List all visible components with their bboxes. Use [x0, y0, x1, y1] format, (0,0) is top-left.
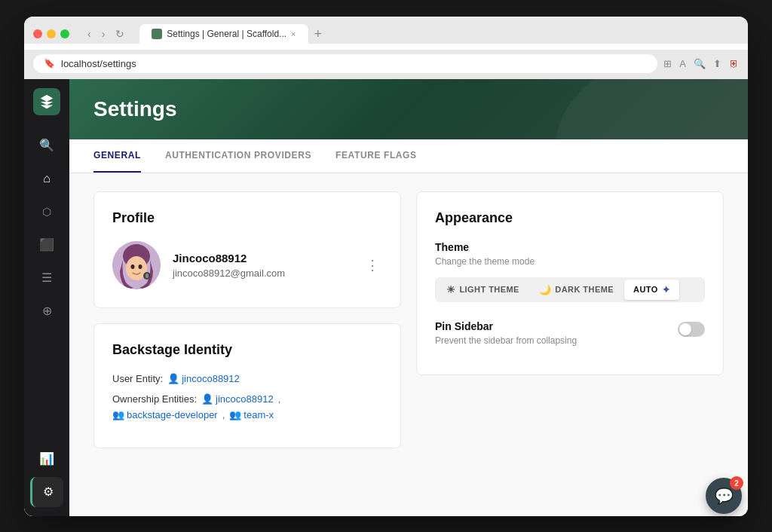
theme-dark-label: DARK THEME [555, 285, 614, 294]
logo-icon [38, 93, 55, 110]
profile-card: Profile [93, 191, 401, 308]
settings-icon: ⚙ [43, 485, 54, 499]
ownership-label: Ownership Entities: [112, 393, 197, 405]
ownership-link-2[interactable]: 👥 team-x [229, 409, 274, 420]
back-button[interactable]: ‹ [84, 26, 94, 41]
bookmark-icon: 🔖 [44, 58, 55, 69]
analytics-icon: 📊 [39, 451, 54, 466]
maximize-window-button[interactable] [60, 29, 69, 38]
close-window-button[interactable] [33, 29, 42, 38]
app-container: 🔍 ⌂ ⬡ ⬛ ☰ ⊕ 📊 ⚙ [24, 79, 748, 516]
pin-sidebar-toggle[interactable] [678, 322, 705, 337]
theme-dark-option[interactable]: 🌙 DARK THEME [530, 280, 623, 300]
main-content: Settings General Authentication Provider… [69, 79, 748, 516]
minimize-window-button[interactable] [47, 29, 56, 38]
sidebar-item-create[interactable]: ⊕ [30, 296, 63, 326]
browser-window: ‹ › ↻ Settings | General | Scaffold... ×… [24, 17, 748, 516]
separator-2: , [222, 409, 225, 420]
profile-info: Jincoco88912 jincoco88912@gmail.com [173, 252, 351, 279]
avatar [112, 241, 161, 289]
profile-username: Jincoco88912 [173, 252, 351, 264]
sidebar-item-graph[interactable]: ⬡ [30, 197, 63, 227]
browser-action-icons: ⊞ A 🔍 ⬆ ⛨ [663, 58, 739, 69]
theme-switcher: ☀ LIGHT THEME 🌙 DARK THEME AUTO ✦ [435, 277, 705, 302]
profile-menu-button[interactable]: ⋮ [363, 254, 382, 277]
tab-feature-flags[interactable]: Feature Flags [335, 139, 417, 173]
graph-icon: ⬡ [42, 206, 51, 218]
appearance-card: Appearance Theme Change the theme mode ☀… [416, 191, 724, 375]
profile-email: jincoco88912@gmail.com [173, 268, 351, 279]
chat-badge: 2 [730, 476, 743, 490]
tab-bar: Settings | General | Scaffold... × + [139, 24, 325, 44]
pin-sidebar-section: Pin Sidebar Prevent the sidebar from col… [435, 320, 705, 356]
sidebar-item-plugins[interactable]: ⬛ [30, 230, 63, 260]
pin-sidebar-row: Pin Sidebar Prevent the sidebar from col… [435, 320, 705, 356]
translate-icon[interactable]: A [679, 58, 686, 69]
person-icon-1: 👥 [112, 409, 124, 420]
share-icon[interactable]: ⬆ [713, 58, 721, 69]
sidebar-item-docs[interactable]: ☰ [30, 263, 63, 293]
url-text: localhost/settings [61, 58, 647, 69]
avatar-illustration [112, 241, 161, 289]
sidebar-item-settings[interactable]: ⚙ [30, 477, 63, 507]
address-bar[interactable]: 🔖 localhost/settings [33, 54, 657, 73]
svg-point-3 [131, 264, 135, 269]
create-icon: ⊕ [42, 304, 52, 318]
puzzle-icon: ⬛ [39, 237, 54, 252]
sidebar-item-search[interactable]: 🔍 [30, 130, 63, 161]
appearance-card-title: Appearance [435, 210, 705, 226]
active-tab[interactable]: Settings | General | Scaffold... × [139, 24, 308, 44]
pin-sidebar-info: Pin Sidebar Prevent the sidebar from col… [435, 320, 678, 356]
browser-chrome: ‹ › ↻ Settings | General | Scaffold... ×… [24, 17, 748, 44]
chat-icon: 💬 [715, 487, 734, 505]
theme-light-label: LIGHT THEME [459, 285, 519, 294]
theme-description: Change the theme mode [435, 256, 705, 267]
toggle-knob [679, 323, 691, 335]
theme-light-option[interactable]: ☀ LIGHT THEME [437, 280, 528, 300]
tab-close-button[interactable]: × [291, 29, 296, 38]
docs-icon: ☰ [41, 271, 52, 285]
ownership-link-0[interactable]: 👤 jincoco88912 [201, 393, 274, 405]
shield-icon[interactable]: ⛨ [729, 58, 739, 69]
tab-general[interactable]: General [93, 139, 141, 173]
ownership-value-1: backstage-developer [127, 409, 218, 420]
pin-sidebar-description: Prevent the sidebar from collapsing [435, 335, 678, 346]
browser-controls-row: ‹ › ↻ Settings | General | Scaffold... ×… [33, 24, 739, 44]
sidebar-item-analytics[interactable]: 📊 [30, 444, 63, 474]
ownership-link-1[interactable]: 👥 backstage-developer [112, 409, 218, 420]
traffic-lights [33, 29, 69, 38]
search-icon: 🔍 [39, 138, 54, 152]
sidebar-item-home[interactable]: ⌂ [30, 164, 63, 194]
profile-user-row: Jincoco88912 jincoco88912@gmail.com ⋮ [112, 241, 382, 289]
user-entity-row: User Entity: 👤 jincoco88912 [112, 373, 382, 384]
tabs-bar: General Authentication Providers Feature… [69, 139, 748, 173]
chat-fab-button[interactable]: 💬 2 [706, 478, 742, 514]
sun-icon: ☀ [446, 284, 455, 295]
ownership-value-0: jincoco88912 [216, 393, 274, 405]
forward-button[interactable]: › [99, 26, 109, 41]
reload-button[interactable]: ↻ [112, 26, 127, 41]
svg-rect-6 [146, 274, 149, 278]
tab-title: Settings | General | Scaffold... [167, 29, 286, 39]
sidebar: 🔍 ⌂ ⬡ ⬛ ☰ ⊕ 📊 ⚙ [24, 79, 69, 516]
theme-section: Theme Change the theme mode ☀ LIGHT THEM… [435, 241, 705, 302]
theme-auto-option[interactable]: AUTO ✦ [624, 280, 679, 300]
tab-auth-providers[interactable]: Authentication Providers [165, 139, 311, 173]
theme-title: Theme [435, 241, 705, 253]
profile-card-title: Profile [112, 210, 382, 226]
home-icon: ⌂ [43, 172, 51, 185]
browser-nav: ‹ › ↻ [84, 26, 127, 41]
new-tab-button[interactable]: + [311, 26, 326, 42]
reader-mode-icon[interactable]: ⊞ [663, 58, 672, 69]
separator-1: , [278, 393, 281, 405]
user-entity-label: User Entity: [112, 373, 163, 384]
app-logo[interactable] [33, 88, 60, 115]
person-icon-2: 👥 [229, 409, 241, 420]
zoom-out-icon[interactable]: 🔍 [694, 58, 706, 69]
identity-card-title: Backstage Identity [112, 342, 382, 358]
page-title: Settings [93, 97, 724, 121]
svg-point-4 [139, 264, 142, 269]
user-entity-link[interactable]: 👤 jincoco88912 [167, 373, 240, 384]
theme-auto-label: AUTO [633, 285, 658, 294]
address-bar-row: 🔖 localhost/settings ⊞ A 🔍 ⬆ ⛨ [24, 50, 748, 79]
